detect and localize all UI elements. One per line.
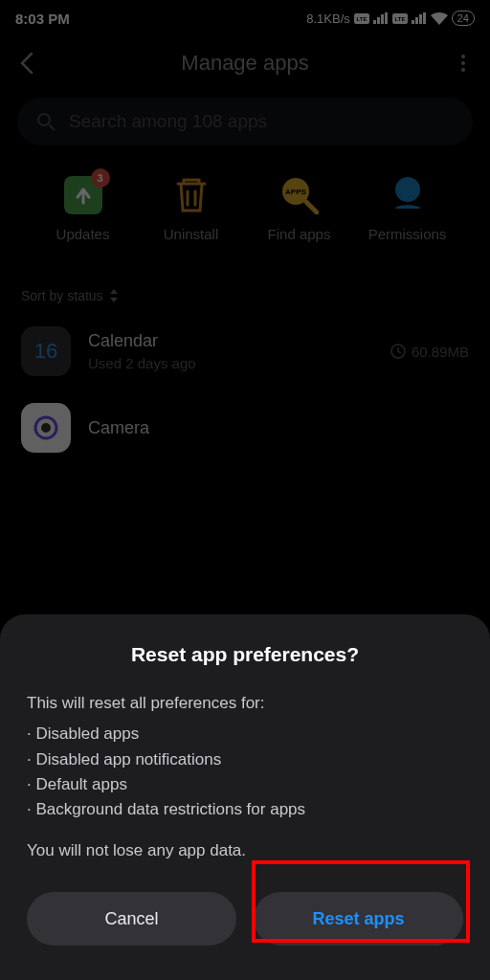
chevron-left-icon xyxy=(20,53,33,74)
svg-point-13 xyxy=(395,177,420,202)
sort-label: Sort by status xyxy=(21,288,103,303)
updates-badge: 3 xyxy=(91,168,110,188)
sort-arrows-icon xyxy=(109,289,119,302)
app-size: 60.89MB xyxy=(390,344,469,360)
reset-item: Background data restrictions for apps xyxy=(27,797,463,822)
signal-icon xyxy=(373,12,389,24)
reset-item: Disabled app notifications xyxy=(27,747,463,772)
svg-text:APPS: APPS xyxy=(285,188,306,196)
permissions-label: Permissions xyxy=(368,226,447,242)
svg-point-4 xyxy=(461,55,465,58)
app-row-camera[interactable]: Camera xyxy=(0,390,490,466)
app-subtitle: Used 2 days ago xyxy=(88,355,373,371)
app-row-calendar[interactable]: 16 Calendar Used 2 days ago 60.89MB xyxy=(0,313,490,390)
wifi-icon xyxy=(431,12,448,25)
reset-preferences-dialog: Reset app preferences? This will reset a… xyxy=(0,614,490,980)
volte-icon-2: LTE xyxy=(392,13,408,24)
svg-point-16 xyxy=(41,423,51,433)
reset-apps-button[interactable]: Reset apps xyxy=(254,892,463,946)
more-vert-icon xyxy=(460,54,466,73)
dialog-body: This will reset all preferences for: Dis… xyxy=(27,691,463,863)
svg-point-7 xyxy=(38,114,50,125)
more-button[interactable] xyxy=(448,54,479,73)
quick-action-row: 3 Updates Uninstall APPS Find apps Permi… xyxy=(0,145,490,261)
reset-item: Disabled apps xyxy=(27,722,463,746)
signal-icon-2 xyxy=(412,12,427,24)
status-right: 8.1KB/s LTE LTE 24 xyxy=(306,11,475,26)
clock-icon xyxy=(390,344,406,359)
svg-text:LTE: LTE xyxy=(394,16,405,22)
find-label: Find apps xyxy=(268,226,331,242)
app-name: Camera xyxy=(88,418,469,438)
status-time: 8:03 PM xyxy=(15,11,70,27)
sort-control[interactable]: Sort by status xyxy=(0,261,490,313)
camera-app-icon xyxy=(21,403,71,453)
svg-text:LTE: LTE xyxy=(356,16,367,22)
dialog-intro: This will reset all preferences for: xyxy=(27,691,463,716)
uninstall-label: Uninstall xyxy=(164,226,219,242)
quick-permissions[interactable]: Permissions xyxy=(369,174,446,242)
search-input[interactable]: Search among 108 apps xyxy=(17,98,473,145)
page-title: Manage apps xyxy=(42,51,448,76)
status-bar: 8:03 PM 8.1KB/s LTE LTE 24 xyxy=(0,0,490,36)
net-speed: 8.1KB/s xyxy=(306,11,350,26)
calendar-app-icon: 16 xyxy=(21,326,71,376)
back-button[interactable] xyxy=(11,53,42,74)
header: Manage apps xyxy=(0,36,490,90)
svg-line-8 xyxy=(49,124,55,130)
svg-line-12 xyxy=(306,202,317,212)
find-apps-icon: APPS xyxy=(278,174,321,216)
updates-icon: 3 xyxy=(62,174,104,216)
dialog-title: Reset app preferences? xyxy=(27,643,463,666)
battery-indicator: 24 xyxy=(452,11,475,26)
quick-updates[interactable]: 3 Updates xyxy=(45,174,122,242)
cancel-button[interactable]: Cancel xyxy=(27,892,236,946)
svg-point-5 xyxy=(461,61,465,65)
dialog-reset-list: Disabled apps Disabled app notifications… xyxy=(27,722,463,822)
volte-icon: LTE xyxy=(354,13,369,24)
svg-point-6 xyxy=(461,68,465,72)
app-name: Calendar xyxy=(88,331,373,351)
quick-find[interactable]: APPS Find apps xyxy=(261,174,338,242)
search-placeholder: Search among 108 apps xyxy=(69,111,267,132)
updates-label: Updates xyxy=(56,226,110,242)
dialog-outro: You will not lose any app data. xyxy=(27,838,463,863)
quick-uninstall[interactable]: Uninstall xyxy=(153,174,230,242)
permissions-icon xyxy=(387,174,429,216)
trash-icon xyxy=(170,174,212,216)
search-icon xyxy=(36,112,56,131)
reset-item: Default apps xyxy=(27,772,463,797)
